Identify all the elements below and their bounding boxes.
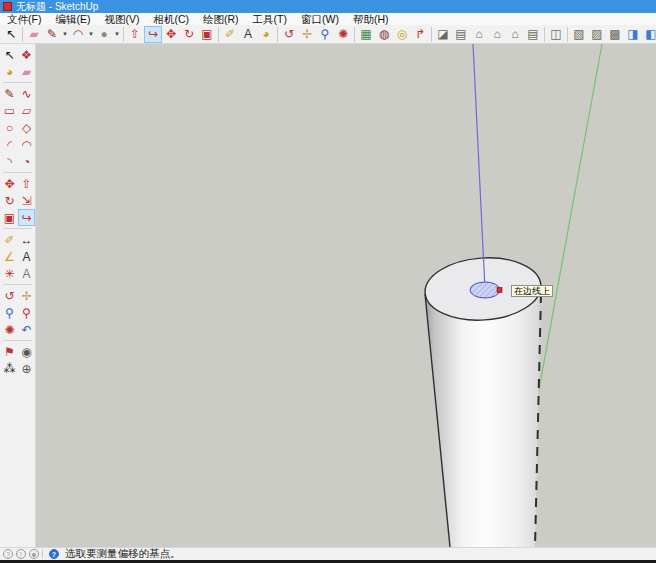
shape-tools-dropdown-icon[interactable]: ▾ bbox=[113, 30, 121, 38]
orbit-tool-icon[interactable]: ↺ bbox=[1, 287, 18, 304]
tape-measure-tool-icon[interactable]: ✐ bbox=[221, 26, 239, 43]
sketchup-logo-icon bbox=[3, 2, 12, 11]
arc-tools-icon[interactable]: ◠ bbox=[69, 26, 87, 43]
pan-tool-icon[interactable]: ✢ bbox=[298, 26, 316, 43]
arc-tool-icon[interactable]: ◜ bbox=[1, 136, 18, 153]
line-tool-dropdown-icon[interactable]: ▾ bbox=[61, 30, 69, 38]
zoom-extents-icon[interactable]: ✺ bbox=[334, 26, 352, 43]
rotate-tool-icon[interactable]: ↻ bbox=[1, 192, 18, 209]
section-plane-icon[interactable]: ◫ bbox=[547, 26, 565, 43]
back-view-icon[interactable]: ▤ bbox=[524, 26, 542, 43]
three-point-arc-tool-icon[interactable]: ◝ bbox=[1, 153, 18, 170]
freehand-tool-icon[interactable]: ∿ bbox=[18, 85, 35, 102]
zoom-window-tool-icon[interactable]: ⚲ bbox=[18, 304, 35, 321]
move-tool-icon[interactable]: ✥ bbox=[1, 175, 18, 192]
pan-tool-icon[interactable]: ✢ bbox=[18, 287, 35, 304]
section-plane-tool-icon[interactable]: ⊕ bbox=[18, 360, 35, 377]
menu-item-4[interactable]: 绘图(R) bbox=[196, 13, 246, 25]
text-tool-icon[interactable]: A bbox=[239, 26, 257, 43]
scale-tool-icon[interactable]: ⇲ bbox=[18, 192, 35, 209]
menu-item-7[interactable]: 帮助(H) bbox=[346, 13, 396, 25]
toolbar-separator bbox=[1, 338, 35, 343]
protractor-tool-icon[interactable]: ∠ bbox=[1, 248, 18, 265]
previous-view-icon[interactable]: ↶ bbox=[18, 321, 35, 338]
toolbar-separator bbox=[277, 27, 278, 42]
move-tool-icon[interactable]: ✥ bbox=[162, 26, 180, 43]
menu-item-0[interactable]: 文件(F) bbox=[0, 13, 48, 25]
position-camera-tool-icon[interactable]: ⚑ bbox=[1, 343, 18, 360]
select-tool-icon[interactable]: ↖ bbox=[1, 46, 18, 63]
toolbar-separator bbox=[567, 27, 568, 42]
drawing-canvas[interactable]: 在边线上 bbox=[36, 44, 656, 547]
top-view-icon[interactable]: ▤ bbox=[452, 26, 470, 43]
follow-me-tool-icon[interactable]: ↪ bbox=[18, 209, 35, 226]
toolbar-separator bbox=[123, 27, 124, 42]
look-around-tool-icon[interactable]: ◉ bbox=[18, 343, 35, 360]
make-component-icon[interactable]: ❖ bbox=[18, 46, 35, 63]
toolbar-separator bbox=[1, 282, 35, 287]
signin-status-icon[interactable]: ☻ bbox=[29, 549, 39, 559]
tape-measure-tool-icon[interactable]: ✐ bbox=[1, 231, 18, 248]
credits-status-icon[interactable]: ! bbox=[16, 549, 26, 559]
push-pull-tool-icon[interactable]: ⇧ bbox=[126, 26, 144, 43]
pie-tool-icon[interactable]: ◔ bbox=[18, 153, 35, 170]
section-cuts-icon[interactable]: ▨ bbox=[588, 26, 606, 43]
share-model-icon[interactable]: ↱ bbox=[411, 26, 429, 43]
help-status-icon[interactable]: ? bbox=[49, 549, 59, 559]
sketchup-window: 无标题 - SketchUp 文件(F)编辑(E)视图(V)相机(C)绘图(R)… bbox=[0, 0, 656, 563]
text-tool-icon[interactable]: A bbox=[18, 248, 35, 265]
iso-view-icon[interactable]: ◪ bbox=[434, 26, 452, 43]
face-style-icon[interactable]: ◎ bbox=[393, 26, 411, 43]
menu-bar: 文件(F)编辑(E)视图(V)相机(C)绘图(R)工具(T)窗口(W)帮助(H) bbox=[0, 13, 656, 25]
eraser-tool-icon[interactable]: ▰ bbox=[18, 63, 35, 80]
menu-item-1[interactable]: 编辑(E) bbox=[48, 13, 97, 25]
green-axis-line bbox=[538, 44, 602, 395]
section-side-icon[interactable]: ◧ bbox=[642, 26, 656, 43]
section-fill-icon[interactable]: ▩ bbox=[606, 26, 624, 43]
circle-tool-icon[interactable]: ○ bbox=[1, 119, 18, 136]
geolocation-status-icon[interactable]: ? bbox=[3, 549, 13, 559]
line-tool-icon[interactable]: ✎ bbox=[1, 85, 18, 102]
section-display-icon[interactable]: ▧ bbox=[570, 26, 588, 43]
paint-bucket-tool-icon[interactable]: ◕ bbox=[1, 63, 18, 80]
dimension-tool-icon[interactable]: ↔ bbox=[18, 231, 35, 248]
paint-bucket-tool-icon[interactable]: ◕ bbox=[257, 26, 275, 43]
section-back-icon[interactable]: ◨ bbox=[624, 26, 642, 43]
offset-tool-icon[interactable]: ▣ bbox=[1, 209, 18, 226]
polygon-tool-icon[interactable]: ◇ bbox=[18, 119, 35, 136]
follow-me-tool-icon[interactable]: ↪ bbox=[144, 26, 162, 43]
orbit-tool-icon[interactable]: ↺ bbox=[280, 26, 298, 43]
select-tool-icon[interactable]: ↖ bbox=[2, 26, 20, 43]
zoom-tool-icon[interactable]: ⚲ bbox=[316, 26, 334, 43]
axes-tool-icon[interactable]: ✳ bbox=[1, 265, 18, 282]
walk-tool-icon[interactable]: ⁂ bbox=[1, 360, 18, 377]
window-title: 无标题 - SketchUp bbox=[16, 0, 98, 13]
eraser-tool-icon[interactable]: ▰ bbox=[25, 26, 43, 43]
inference-point bbox=[497, 288, 502, 293]
status-bar: ?!☻? 选取要测量偏移的基点。 bbox=[0, 547, 656, 560]
rectangle-tool-icon[interactable]: ▭ bbox=[1, 102, 18, 119]
rotated-rectangle-tool-icon[interactable]: ▱ bbox=[18, 102, 35, 119]
zoom-tool-icon[interactable]: ⚲ bbox=[1, 304, 18, 321]
line-tool-icon[interactable]: ✎ bbox=[43, 26, 61, 43]
shape-tools-icon[interactable]: ● bbox=[95, 26, 113, 43]
zoom-extents-icon[interactable]: ✺ bbox=[1, 321, 18, 338]
menu-item-3[interactable]: 相机(C) bbox=[146, 13, 196, 25]
right-view-icon[interactable]: ⌂ bbox=[488, 26, 506, 43]
styles-icon[interactable]: ◍ bbox=[375, 26, 393, 43]
left-view-icon[interactable]: ⌂ bbox=[506, 26, 524, 43]
selected-circle[interactable] bbox=[470, 282, 500, 298]
offset-tool-icon[interactable]: ▣ bbox=[198, 26, 216, 43]
rotate-tool-icon[interactable]: ↻ bbox=[180, 26, 198, 43]
two-point-arc-tool-icon[interactable]: ◠ bbox=[18, 136, 35, 153]
push-pull-tool-icon[interactable]: ⇧ bbox=[18, 175, 35, 192]
texture-icon[interactable]: ▦ bbox=[357, 26, 375, 43]
menu-item-2[interactable]: 视图(V) bbox=[97, 13, 146, 25]
menu-item-5[interactable]: 工具(T) bbox=[246, 13, 294, 25]
arc-tools-dropdown-icon[interactable]: ▾ bbox=[87, 30, 95, 38]
cylinder-body[interactable] bbox=[425, 294, 541, 547]
threed-text-tool-icon[interactable]: A bbox=[18, 265, 35, 282]
menu-item-6[interactable]: 窗口(W) bbox=[294, 13, 346, 25]
toolbar-separator bbox=[431, 27, 432, 42]
front-view-icon[interactable]: ⌂ bbox=[470, 26, 488, 43]
